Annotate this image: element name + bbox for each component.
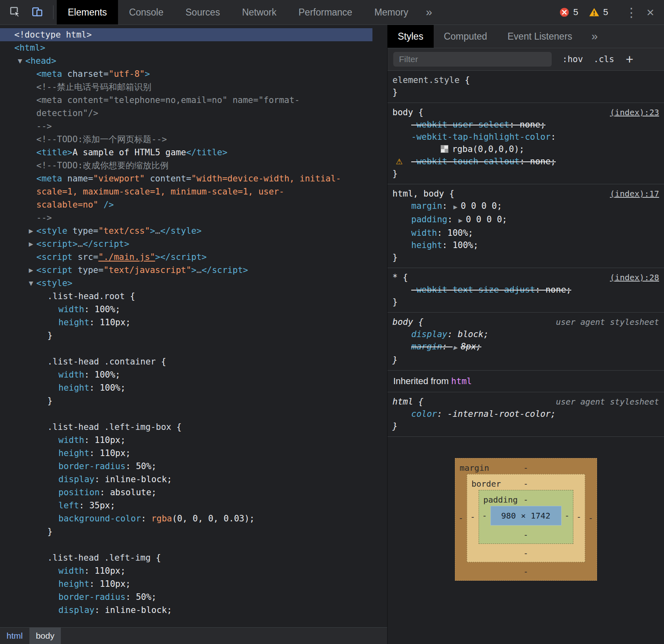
styles-tab-styles[interactable]: Styles bbox=[388, 25, 434, 48]
css-property[interactable]: margin: ▶8px; bbox=[392, 340, 659, 354]
tree-line[interactable]: ▶<script type="text/javascript">…</scrip… bbox=[0, 264, 372, 277]
collapse-arrow-icon[interactable]: ▼ bbox=[16, 54, 25, 67]
css-property[interactable]: display: block; bbox=[392, 328, 659, 340]
tree-line[interactable]: .list-head .left-img { bbox=[0, 551, 372, 564]
expand-arrow-icon[interactable]: ▶ bbox=[27, 224, 36, 237]
tree-line[interactable]: <title>A sample of HTML5 game</title> bbox=[0, 146, 372, 159]
more-tabs-icon[interactable]: » bbox=[419, 6, 439, 19]
box-model-content[interactable]: 980 × 1742 bbox=[490, 506, 562, 525]
box-model-padding[interactable]: padding - - 980 × 1742 - - bbox=[479, 490, 573, 544]
css-property[interactable]: ⚠-webkit-touch-callout: none; bbox=[392, 155, 659, 168]
tree-line[interactable]: border-radius: 50%; bbox=[0, 590, 372, 604]
tree-line[interactable]: left: 35px; bbox=[0, 499, 372, 512]
tree-line[interactable] bbox=[0, 342, 372, 355]
tree-line[interactable] bbox=[0, 407, 372, 420]
styles-more-tabs-icon[interactable]: » bbox=[591, 30, 598, 43]
breadcrumb-item-body[interactable]: body bbox=[29, 628, 61, 644]
new-style-rule-icon[interactable]: + bbox=[626, 52, 633, 67]
css-property[interactable]: margin: ▶0 0 0 0; bbox=[392, 200, 659, 213]
tree-line[interactable]: --> bbox=[0, 120, 372, 133]
warning-badge[interactable]: 5 bbox=[589, 7, 608, 18]
css-property[interactable]: width: 100%; bbox=[392, 227, 659, 239]
tree-line[interactable]: width: 100%; bbox=[0, 303, 372, 316]
tree-line[interactable]: .list-head .container { bbox=[0, 355, 372, 368]
tree-line[interactable]: display: inline-block; bbox=[0, 604, 372, 617]
shorthand-expand-icon[interactable]: ▶ bbox=[459, 215, 463, 227]
tree-line[interactable]: background-color: rgba(0, 0, 0, 0.03); bbox=[0, 512, 372, 525]
tree-line[interactable]: width: 110px; bbox=[0, 564, 372, 577]
toggle-class-button[interactable]: .cls bbox=[594, 54, 615, 64]
tree-line[interactable]: position: absolute; bbox=[0, 486, 372, 499]
border-right-value[interactable]: - bbox=[573, 511, 585, 523]
tree-line[interactable]: --> bbox=[0, 211, 372, 224]
tab-console[interactable]: Console bbox=[118, 0, 174, 25]
error-badge[interactable]: 5 bbox=[559, 7, 578, 18]
tree-line[interactable]: scalable=no" /> bbox=[0, 198, 372, 211]
stylesheet-link[interactable]: (index):23 bbox=[610, 106, 659, 119]
border-bottom-value[interactable]: - bbox=[467, 544, 585, 562]
tab-memory[interactable]: Memory bbox=[363, 0, 419, 25]
kebab-menu-icon[interactable]: ⋮ bbox=[619, 5, 644, 20]
styles-tab-computed[interactable]: Computed bbox=[434, 25, 497, 48]
tree-line[interactable]: border-radius: 50%; bbox=[0, 460, 372, 473]
tree-line[interactable]: width: 100%; bbox=[0, 368, 372, 381]
tree-line[interactable] bbox=[0, 538, 372, 551]
tree-line[interactable]: .list-head .left-img-box { bbox=[0, 420, 372, 434]
tree-line[interactable]: } bbox=[0, 525, 372, 538]
padding-left-value[interactable]: - bbox=[479, 510, 490, 522]
tree-line[interactable]: height: 100%; bbox=[0, 381, 372, 394]
tree-line[interactable]: <!--禁止电话号码和邮箱识别 bbox=[0, 80, 372, 94]
css-property[interactable]: -webkit-text-size-adjust: none; bbox=[392, 284, 659, 296]
inherited-node-link[interactable]: html bbox=[451, 376, 472, 386]
styles-tab-event-listeners[interactable]: Event Listeners bbox=[497, 25, 583, 48]
css-property[interactable]: -webkit-tap-highlight-color: bbox=[392, 131, 659, 143]
tree-line[interactable]: height: 110px; bbox=[0, 577, 372, 590]
tree-line[interactable]: <!--TODO:添加一个网页标题--> bbox=[0, 133, 372, 146]
device-toolbar-icon[interactable] bbox=[29, 3, 47, 21]
tree-line[interactable]: height: 110px; bbox=[0, 447, 372, 460]
tree-line[interactable]: <html> bbox=[0, 41, 372, 54]
tree-line[interactable]: <!--TODO:改成你想要的缩放比例 bbox=[0, 159, 372, 172]
tree-line[interactable]: .list-head.root { bbox=[0, 290, 372, 303]
close-icon[interactable]: × bbox=[644, 5, 664, 20]
expand-arrow-icon[interactable]: ▶ bbox=[27, 237, 36, 250]
css-property[interactable]: padding: ▶0 0 0 0; bbox=[392, 213, 659, 227]
tab-performance[interactable]: Performance bbox=[287, 0, 363, 25]
css-property[interactable]: -webkit-user-select: none; bbox=[392, 119, 659, 131]
expand-arrow-icon[interactable]: ▶ bbox=[27, 264, 36, 277]
padding-right-value[interactable]: - bbox=[562, 510, 573, 522]
shorthand-expand-icon[interactable]: ▶ bbox=[453, 201, 457, 213]
tree-line[interactable]: ▼<head> bbox=[0, 54, 372, 67]
tree-line[interactable]: width: 110px; bbox=[0, 434, 372, 447]
css-property[interactable]: height: 100%; bbox=[392, 239, 659, 251]
collapse-arrow-icon[interactable]: ▼ bbox=[27, 277, 36, 290]
inspect-element-icon[interactable] bbox=[7, 3, 25, 21]
tree-line[interactable]: } bbox=[0, 329, 372, 342]
border-left-value[interactable]: - bbox=[467, 511, 479, 523]
shorthand-expand-icon[interactable]: ▶ bbox=[453, 342, 457, 354]
tree-line[interactable]: <meta charset="utf-8"> bbox=[0, 67, 372, 80]
filter-input[interactable] bbox=[393, 52, 552, 67]
tree-line[interactable]: display: inline-block; bbox=[0, 473, 372, 486]
box-model-margin[interactable]: margin - - border - - bbox=[455, 458, 597, 581]
tree-line[interactable]: scale=1, maximum-scale=1, minimum-scale=… bbox=[0, 185, 372, 198]
css-property[interactable]: rgba(0,0,0,0); bbox=[392, 143, 659, 155]
tree-line[interactable]: height: 110px; bbox=[0, 316, 372, 329]
margin-bottom-value[interactable]: - bbox=[455, 562, 597, 580]
css-property[interactable]: color: -internal-root-color; bbox=[392, 408, 659, 420]
tree-line[interactable]: detection"/> bbox=[0, 107, 372, 120]
margin-left-value[interactable]: - bbox=[455, 512, 467, 524]
stylesheet-link[interactable]: (index):28 bbox=[610, 271, 659, 284]
toggle-hover-state-button[interactable]: :hov bbox=[562, 54, 583, 64]
tree-line[interactable]: ▶<style type="text/css">…</style> bbox=[0, 224, 372, 237]
tab-sources[interactable]: Sources bbox=[174, 0, 231, 25]
padding-bottom-value[interactable]: - bbox=[479, 525, 573, 543]
tree-line[interactable]: <script src="./main.js"></script> bbox=[0, 250, 372, 264]
tree-line[interactable]: } bbox=[0, 394, 372, 407]
margin-right-value[interactable]: - bbox=[585, 512, 597, 524]
tree-line[interactable]: <!doctype html> bbox=[0, 28, 372, 41]
tree-line[interactable]: ▶<script>…</script> bbox=[0, 237, 372, 250]
tree-line[interactable]: ▼<style> bbox=[0, 277, 372, 290]
tree-line[interactable]: <meta name="viewport" content="width=dev… bbox=[0, 172, 372, 185]
box-model-border[interactable]: border - - padding - bbox=[467, 474, 585, 562]
